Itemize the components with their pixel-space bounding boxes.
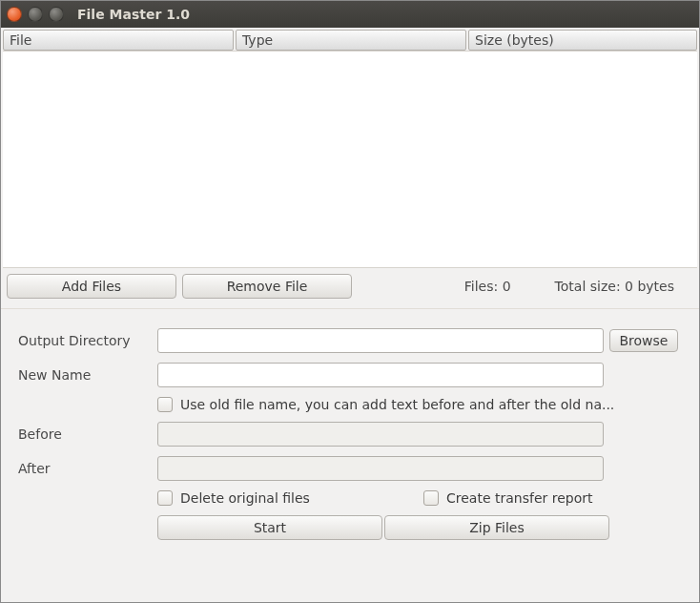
total-size: Total size: 0 bytes: [536, 279, 693, 294]
use-old-name-row: Use old file name, you can add text befo…: [157, 397, 682, 412]
use-old-name-checkbox[interactable]: [157, 397, 173, 412]
bottom-buttons: Start Zip Files: [157, 515, 682, 540]
use-old-name-label: Use old file name, you can add text befo…: [180, 397, 614, 412]
delete-original-label: Delete original files: [180, 490, 310, 506]
settings-form: Output Directory Browse New Name Use old…: [1, 309, 699, 540]
browse-button[interactable]: Browse: [609, 329, 678, 352]
output-dir-label: Output Directory: [18, 333, 152, 348]
maximize-icon[interactable]: [49, 7, 64, 22]
titlebar: File Master 1.0: [1, 1, 699, 28]
before-input: [157, 422, 604, 447]
options-row: Delete original files Create transfer re…: [157, 490, 682, 506]
zip-files-button[interactable]: Zip Files: [384, 515, 609, 540]
output-dir-input[interactable]: [157, 328, 604, 353]
minimize-icon[interactable]: [28, 7, 43, 22]
column-header-size[interactable]: Size (bytes): [468, 30, 697, 51]
start-button[interactable]: Start: [157, 515, 382, 540]
window-title: File Master 1.0: [77, 7, 190, 22]
create-report-label: Create transfer report: [446, 490, 592, 506]
delete-original-checkbox[interactable]: [157, 490, 173, 506]
column-header-file[interactable]: File: [3, 30, 234, 51]
after-input: [157, 456, 604, 481]
after-label: After: [18, 461, 152, 476]
close-icon[interactable]: [7, 7, 22, 22]
column-headers: File Type Size (bytes): [1, 28, 699, 51]
app-window: File Master 1.0 File Type Size (bytes) A…: [0, 0, 700, 603]
file-list[interactable]: [3, 51, 697, 268]
add-files-button[interactable]: Add Files: [7, 274, 176, 299]
before-label: Before: [18, 426, 152, 442]
files-count: Files: 0: [445, 279, 530, 294]
new-name-label: New Name: [18, 367, 152, 383]
create-report-checkbox[interactable]: [423, 490, 439, 506]
new-name-input[interactable]: [157, 363, 604, 387]
action-row: Add Files Remove File Files: 0 Total siz…: [1, 268, 699, 309]
remove-file-button[interactable]: Remove File: [182, 274, 352, 299]
column-header-type[interactable]: Type: [236, 30, 466, 51]
